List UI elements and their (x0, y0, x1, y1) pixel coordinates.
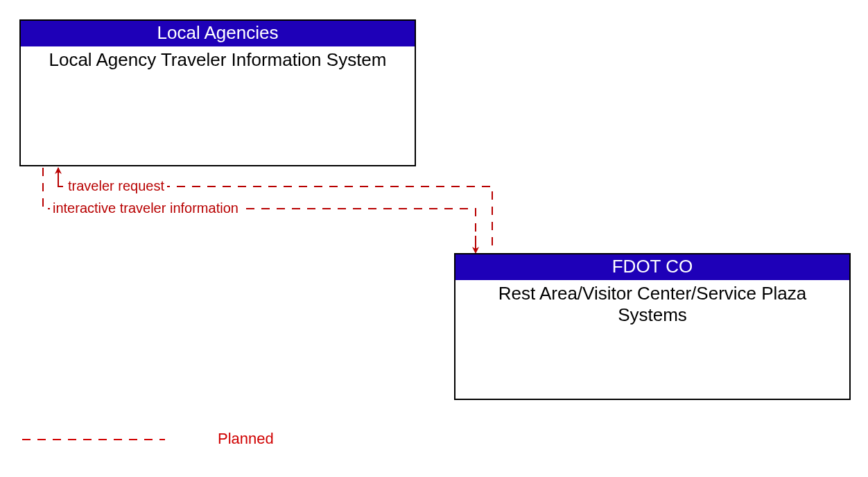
node-local-agencies-body: Local Agency Traveler Information System (21, 46, 415, 73)
legend-planned-label: Planned (218, 430, 274, 448)
node-local-agencies-header: Local Agencies (21, 21, 415, 46)
node-fdot-co-body: Rest Area/Visitor Center/Service Plaza S… (455, 280, 849, 329)
node-fdot-co-header: FDOT CO (455, 254, 849, 280)
node-local-agencies: Local Agencies Local Agency Traveler Inf… (19, 19, 416, 166)
node-fdot-co: FDOT CO Rest Area/Visitor Center/Service… (454, 253, 851, 400)
label-traveler-request: traveler request (65, 178, 167, 194)
label-interactive-info: interactive traveler information (50, 200, 241, 216)
